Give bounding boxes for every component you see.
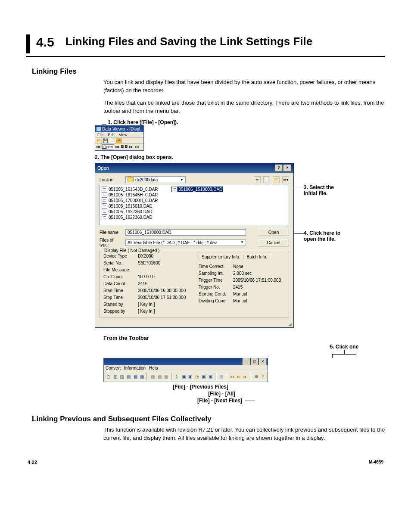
skip-last-icon[interactable]: ⏭ [135,144,139,149]
page-number: 4-22 [28,460,37,465]
paragraph: The files that can be linked are those t… [103,99,385,115]
file-icon [102,209,107,215]
chevron-down-icon: ▼ [180,178,184,182]
menu-information[interactable]: Information [124,366,146,370]
toolbar-separator [226,373,227,380]
file-item[interactable]: 051005_1622360.DAD [101,209,159,215]
close-button[interactable]: × [259,358,267,365]
bracket-line [332,354,356,358]
menu-file[interactable]: File [97,133,105,137]
toolbar-icon[interactable]: ▦ [150,373,156,380]
waveform-icon[interactable]: 〰 [116,138,122,143]
nav-views-icon[interactable]: ☰▾ [282,176,289,183]
file-list[interactable]: 051005_161543D_0.DAR 051005_161545H_0.DA… [100,185,289,225]
menu-bar: Convert Information Help [104,365,268,371]
help-button[interactable]: ? [275,165,283,171]
step-2-caption: 2. The [Open] dialog box opens. [95,154,385,160]
doc-id: M-4659 [369,460,383,465]
filetype-label: Files of type: [100,238,123,247]
heading-from-toolbar: From the Toolbar [103,335,385,341]
save-icon[interactable]: 💾 [103,138,108,143]
skip-prev-icon[interactable]: ⏮ [115,144,120,149]
toolbar-icon[interactable]: ▦ [139,373,145,380]
toolbar-icon[interactable]: Σ [174,373,180,380]
close-button[interactable]: × [283,165,291,171]
open-folder-icon[interactable]: 📂 [97,138,102,143]
connector-line [231,387,241,387]
section-number: 4.5 [36,34,54,50]
file-item-selected[interactable]: 051006_1510000.DAD [171,187,223,192]
toolbar-icon[interactable]: ▣ [201,373,207,380]
file-icon [172,187,177,192]
filename-label: File name: [100,230,123,235]
link-prev-icon[interactable]: ⏮ [229,373,235,380]
menu-edit[interactable]: Edit [107,133,116,137]
window-titlebar: _ □ × [104,358,268,365]
toolbar-icon[interactable]: ▦ [132,373,138,380]
open-file-button[interactable]: Open [258,229,289,236]
callout-4: 4. Click here to open the file. [304,230,360,242]
label-file-all: [File] - [All] [208,391,235,397]
chevron-down-icon: ▼ [240,240,244,245]
file-item[interactable]: 051005_1622360.DAD [101,215,159,220]
connector-line [238,394,248,394]
toolbar-icon[interactable]: ▦ [163,373,169,380]
toolbar-separator [171,373,172,380]
toolbar-icon[interactable]: ▣ [187,373,193,380]
maximize-button[interactable]: □ [251,358,258,365]
filename-input[interactable]: 051006_1510000.DAD [125,229,246,236]
open-dialog: Open ? × Look in: dx2000data ▼ ⇐ 📄 [95,163,294,328]
filetype-dropdown[interactable]: All Readable File (*.DAD ; *.DAE ; *.dds… [125,240,246,246]
toolbar-icon[interactable]: ▣ [181,373,187,380]
nav-back-icon[interactable]: ⇐ [254,176,261,183]
skip-first-icon[interactable]: ⏮ [97,144,101,149]
toolbar-icon[interactable]: ▯ [106,373,112,380]
heading-linking-files: Linking Files [32,67,385,76]
app-toolbar-window: _ □ × Convert Information Help ▯ ▥ ▥ ▤ ▦… [103,358,268,382]
connector-line [344,350,345,354]
app-icon [97,127,101,131]
toolbar-icon[interactable]: ▣ [208,373,214,380]
copy-icon[interactable]: 📄 [109,138,115,143]
file-icon [102,192,107,198]
window-title: Data Viewer - [Displ. [102,127,141,131]
toolbar-icon[interactable]: ▥ [119,373,125,380]
link-all-icon[interactable]: ⏯ [236,373,242,380]
file-icon [102,198,107,203]
skip-next-icon[interactable]: ⏭ [129,144,134,149]
lookin-value: dx2000data [135,177,158,182]
file-item[interactable]: 051005_170000H_0.DAR [101,198,159,203]
cancel-button[interactable]: Cancel [258,239,289,246]
nav-newfolder-icon[interactable]: 📁 [273,176,280,183]
file-item[interactable]: 051005_161545H_0.DAR [101,192,159,198]
paragraph: You can link and display files that have… [103,78,385,95]
toolbar-icon[interactable]: ▦ [156,373,162,380]
menu-convert[interactable]: Convert [106,366,121,370]
file-item[interactable]: 051005_161543D_0.DAR [101,187,159,192]
menu-help[interactable]: Help [149,366,158,370]
label-file-next: [File] - [Next Files] [197,398,242,404]
print-icon[interactable]: 🖶 [253,373,259,380]
tab-supplementary[interactable]: Supplementary Info. [199,254,243,260]
display-file-group: Display File ( Not Damaged ) Device Type… [100,251,289,317]
callout-3: 3. Select the initial file. [304,184,355,196]
file-item[interactable]: 051005_1615010.DAE [101,203,159,209]
open-button[interactable]: Open [102,144,114,149]
nav-up-icon[interactable]: 📄 [263,176,270,183]
toolbar-separator [215,373,216,380]
toolbar-icon[interactable]: ▤ [126,373,132,380]
resize-grip-icon[interactable]: ◢ [95,322,293,327]
toolbar-icon[interactable]: ▤ [218,373,224,380]
help-icon[interactable]: ? [260,373,266,380]
toolbar-letters: B B [121,144,128,149]
link-next-icon[interactable]: ⏭ [243,373,249,380]
tab-batch[interactable]: Batch Info. [244,254,271,260]
lookin-dropdown[interactable]: dx2000data ▼ [125,176,186,183]
dialog-titlebar: Open ? × [95,163,293,173]
minimize-button[interactable]: _ [243,358,250,365]
menu-view[interactable]: View [118,133,128,137]
label-file-previous: [File] - [Previous Files] [173,384,228,390]
file-icon [102,187,107,192]
toolbar-icon[interactable]: ▥ [112,373,118,380]
toolbar-icon[interactable]: ◔ [194,373,200,380]
